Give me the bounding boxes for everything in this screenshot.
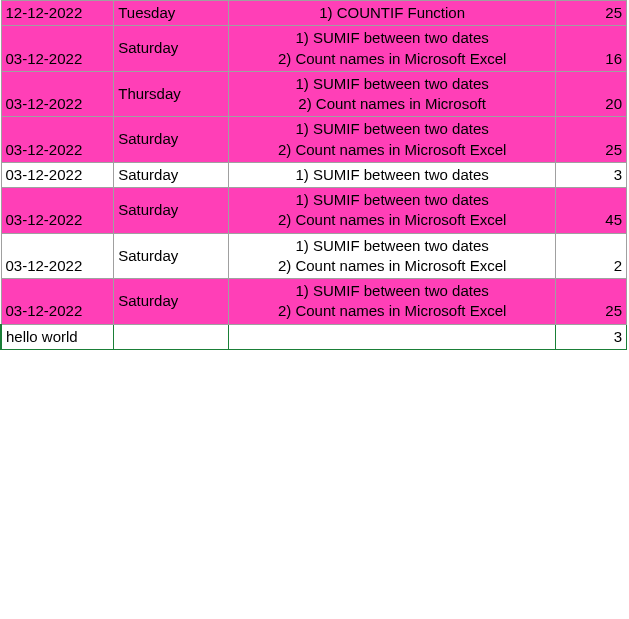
cell-description-text: 1) SUMIF between two dates 2) Count name…: [233, 190, 551, 231]
cell-date[interactable]: 03-12-2022: [1, 117, 114, 163]
cell-date[interactable]: 03-12-2022: [1, 162, 114, 187]
cell-day[interactable]: Saturday: [114, 188, 229, 234]
cell-value[interactable]: 45: [556, 188, 627, 234]
cell-date[interactable]: 03-12-2022: [1, 71, 114, 117]
cell-day[interactable]: Saturday: [114, 162, 229, 187]
cell-day[interactable]: Saturday: [114, 26, 229, 72]
cell-description[interactable]: 1) SUMIF between two dates 2) Count name…: [229, 26, 556, 72]
table-row[interactable]: 03-12-2022Saturday1) SUMIF between two d…: [1, 188, 627, 234]
cell-description-text: 1) SUMIF between two dates 2) Count name…: [233, 236, 551, 277]
table-row[interactable]: 12-12-2022Tuesday1) COUNTIF Function25: [1, 1, 627, 26]
cell-value[interactable]: 25: [556, 1, 627, 26]
cell-date[interactable]: hello world: [1, 324, 114, 349]
table-row[interactable]: 03-12-2022Saturday1) SUMIF between two d…: [1, 26, 627, 72]
cell-value[interactable]: 3: [556, 324, 627, 349]
cell-description[interactable]: 1) SUMIF between two dates 2) Count name…: [229, 188, 556, 234]
spreadsheet-table[interactable]: 12-12-2022Tuesday1) COUNTIF Function2503…: [0, 0, 627, 350]
cell-date[interactable]: 03-12-2022: [1, 233, 114, 279]
cell-value[interactable]: 3: [556, 162, 627, 187]
cell-date[interactable]: 03-12-2022: [1, 279, 114, 325]
cell-description-text: 1) SUMIF between two dates 2) Count name…: [233, 28, 551, 69]
cell-description[interactable]: [229, 324, 556, 349]
cell-description[interactable]: 1) SUMIF between two dates 2) Count name…: [229, 279, 556, 325]
cell-description[interactable]: 1) SUMIF between two dates 2) Count name…: [229, 71, 556, 117]
cell-description-text: 1) SUMIF between two dates 2) Count name…: [233, 281, 551, 322]
cell-description-text: 1) COUNTIF Function: [233, 3, 551, 23]
cell-day[interactable]: Saturday: [114, 117, 229, 163]
table-row[interactable]: 03-12-2022Saturday1) SUMIF between two d…: [1, 162, 627, 187]
table-row[interactable]: 03-12-2022Saturday1) SUMIF between two d…: [1, 279, 627, 325]
cell-day[interactable]: [114, 324, 229, 349]
cell-date[interactable]: 12-12-2022: [1, 1, 114, 26]
table-row[interactable]: hello world3: [1, 324, 627, 349]
cell-description-text: 1) SUMIF between two dates: [233, 165, 551, 185]
cell-day[interactable]: Tuesday: [114, 1, 229, 26]
cell-value[interactable]: 25: [556, 279, 627, 325]
table-row[interactable]: 03-12-2022Saturday1) SUMIF between two d…: [1, 117, 627, 163]
cell-description-text: 1) SUMIF between two dates 2) Count name…: [233, 74, 551, 115]
cell-description[interactable]: 1) SUMIF between two dates: [229, 162, 556, 187]
cell-description[interactable]: 1) SUMIF between two dates 2) Count name…: [229, 117, 556, 163]
cell-day[interactable]: Saturday: [114, 233, 229, 279]
cell-value[interactable]: 2: [556, 233, 627, 279]
cell-description[interactable]: 1) COUNTIF Function: [229, 1, 556, 26]
table-row[interactable]: 03-12-2022Saturday1) SUMIF between two d…: [1, 233, 627, 279]
cell-value[interactable]: 20: [556, 71, 627, 117]
cell-value[interactable]: 25: [556, 117, 627, 163]
cell-value[interactable]: 16: [556, 26, 627, 72]
cell-day[interactable]: Saturday: [114, 279, 229, 325]
cell-date[interactable]: 03-12-2022: [1, 26, 114, 72]
table-row[interactable]: 03-12-2022Thursday1) SUMIF between two d…: [1, 71, 627, 117]
cell-day[interactable]: Thursday: [114, 71, 229, 117]
cell-description-text: 1) SUMIF between two dates 2) Count name…: [233, 119, 551, 160]
cell-date[interactable]: 03-12-2022: [1, 188, 114, 234]
cell-description[interactable]: 1) SUMIF between two dates 2) Count name…: [229, 233, 556, 279]
